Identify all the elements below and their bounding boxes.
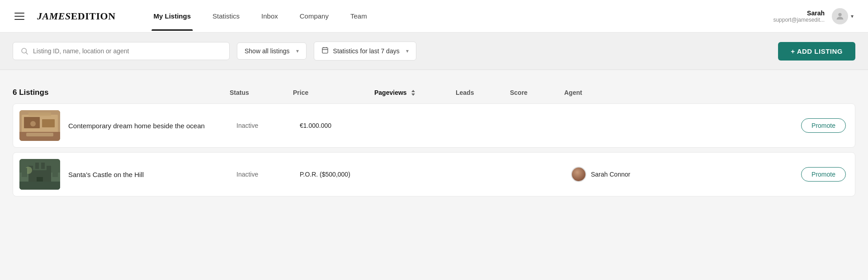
search-input[interactable] (33, 47, 222, 55)
col-header-score: Score (510, 89, 564, 96)
nav-item-company[interactable]: Company (289, 1, 340, 31)
listing-status: Inactive (236, 122, 300, 129)
listing-agent: Sarah Connor (571, 167, 801, 182)
listing-count: 6 Listings (13, 88, 230, 97)
svg-rect-10 (42, 119, 55, 127)
calendar-svg (321, 47, 329, 54)
listing-image-svg (19, 110, 60, 141)
nav-item-team[interactable]: Team (340, 1, 378, 31)
table-row: Santa's Castle on the Hill Inactive P.O.… (13, 152, 855, 196)
content-area: 6 Listings Status Price Pageviews Leads … (0, 70, 868, 196)
header-right: Sarah support@jamesedit... ▾ (773, 6, 855, 26)
svg-rect-23 (19, 182, 60, 190)
svg-point-1 (22, 48, 27, 53)
svg-rect-12 (26, 133, 53, 136)
svg-rect-3 (322, 48, 328, 53)
listing-image-svg (19, 159, 60, 190)
search-svg (20, 47, 28, 55)
svg-point-0 (838, 13, 841, 16)
avatar (832, 8, 848, 24)
svg-rect-25 (52, 168, 58, 177)
calendar-icon (321, 47, 329, 56)
col-header-agent: Agent (564, 89, 855, 96)
user-icon (835, 11, 845, 21)
listing-thumbnail (19, 110, 60, 141)
svg-rect-19 (35, 163, 39, 169)
nav-item-inbox[interactable]: Inbox (250, 1, 289, 31)
col-header-status: Status (230, 89, 293, 96)
col-header-pageviews[interactable]: Pageviews (374, 89, 456, 96)
nav-item-my-listings[interactable]: My Listings (143, 1, 202, 31)
listing-price: P.O.R. ($500,000) (300, 171, 381, 178)
header-left: JamesEdition (13, 10, 116, 22)
show-listings-dropdown[interactable]: Show all listings ▾ (237, 42, 307, 60)
add-listing-button[interactable]: + ADD LISTING (778, 42, 855, 61)
header: JamesEdition My Listings Statistics Inbo… (0, 0, 868, 33)
search-icon (20, 47, 28, 55)
statistics-dropdown[interactable]: Statistics for last 7 days ▾ (314, 42, 416, 61)
listing-name: Contemporary dream home beside the ocean (60, 122, 236, 130)
hamburger-icon[interactable] (13, 11, 26, 22)
listing-status: Inactive (236, 171, 300, 178)
listing-thumbnail (19, 159, 60, 190)
table-row: Contemporary dream home beside the ocean… (13, 103, 855, 148)
svg-rect-14 (28, 112, 51, 116)
chevron-down-icon: ▾ (851, 13, 854, 19)
show-listings-label: Show all listings (245, 47, 290, 55)
svg-point-13 (30, 121, 36, 126)
main-nav: My Listings Statistics Inbox Company Tea… (143, 1, 378, 31)
toolbar: Show all listings ▾ Statistics for last … (0, 33, 868, 70)
table-header: 6 Listings Status Price Pageviews Leads … (13, 83, 855, 103)
user-email: support@jamesedit... (773, 17, 825, 23)
svg-line-2 (26, 52, 28, 54)
user-avatar-button[interactable]: ▾ (830, 6, 855, 26)
user-info: Sarah support@jamesedit... (773, 9, 825, 23)
user-name: Sarah (773, 9, 825, 17)
table-columns: Status Price Pageviews Leads Score Agent (230, 89, 855, 96)
statistics-chevron-icon: ▾ (406, 48, 409, 54)
svg-rect-24 (22, 168, 27, 177)
promote-button[interactable]: Promote (801, 118, 846, 133)
show-listings-chevron-icon: ▾ (296, 48, 299, 54)
listing-price: €1.000.000 (300, 122, 381, 129)
promote-button[interactable]: Promote (801, 167, 846, 182)
agent-name: Sarah Connor (591, 171, 630, 178)
col-header-leads: Leads (456, 89, 510, 96)
nav-item-statistics[interactable]: Statistics (202, 1, 250, 31)
agent-avatar (571, 167, 586, 182)
listing-name: Santa's Castle on the Hill (60, 171, 236, 178)
statistics-label: Statistics for last 7 days (333, 47, 400, 55)
sort-icon (411, 90, 415, 96)
svg-rect-20 (41, 163, 45, 169)
logo: JamesEdition (37, 10, 116, 22)
col-header-price: Price (293, 89, 374, 96)
search-box (13, 42, 230, 60)
